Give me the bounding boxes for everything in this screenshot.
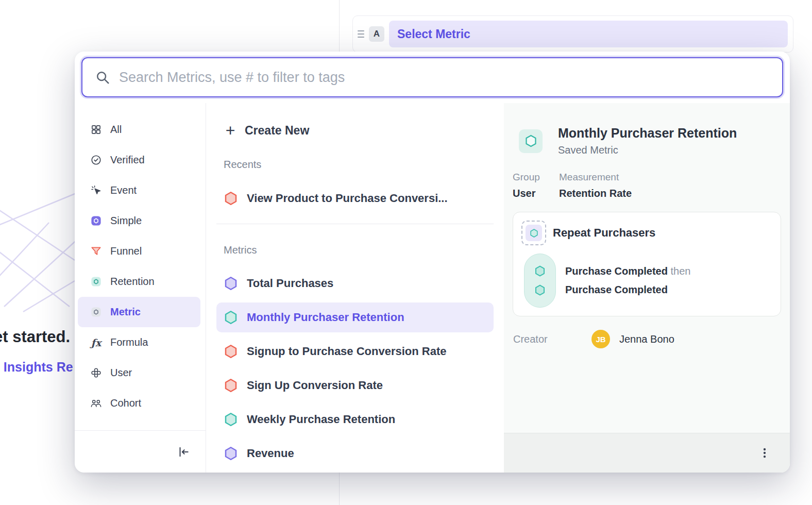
sidebar-item-label: Cohort	[110, 397, 141, 409]
collapse-sidebar-button[interactable]	[177, 445, 190, 459]
preview-subtitle: Saved Metric	[558, 144, 737, 156]
funnel-metric-icon	[223, 378, 239, 393]
retention-metric-icon	[90, 276, 102, 288]
step-connector: then	[671, 265, 691, 277]
retention-metric-icon	[223, 310, 239, 325]
background-insights-link-fragment[interactable]: e Insights Re	[0, 360, 73, 375]
group-value: User	[513, 188, 559, 199]
creator-name: Jenna Bono	[619, 333, 674, 345]
recent-item-label: View Product to Purchase Conversi...	[247, 192, 448, 205]
metric-picker-modal: All Verified Event	[75, 52, 790, 473]
step-hexagon-icon	[534, 265, 546, 277]
sidebar-item-metric[interactable]: Metric	[78, 297, 200, 327]
funnel-metric-icon	[223, 191, 239, 206]
metric-query-row: A Select Metric	[352, 15, 793, 53]
sidebar-item-label: User	[110, 367, 132, 379]
more-options-button[interactable]	[758, 446, 771, 460]
metric-item-total-purchases[interactable]: Total Purchases	[216, 268, 494, 298]
preview-footer	[504, 433, 790, 473]
step-lines: Purchase Completed then Purchase Complet…	[565, 254, 690, 308]
sidebar-item-label: Funnel	[110, 245, 142, 257]
funnel-metric-icon	[223, 344, 239, 359]
select-metric-label: Select Metric	[397, 27, 470, 41]
measurement-value: Retention Rate	[559, 188, 632, 199]
metric-preview-panel: Monthly Purchaser Retention Saved Metric…	[504, 103, 790, 473]
preview-title: Monthly Purchaser Retention	[558, 126, 737, 141]
sidebar-item-label: Metric	[110, 306, 141, 318]
metrics-section-label: Metrics	[224, 244, 494, 256]
metric-item-label: Monthly Purchaser Retention	[247, 311, 404, 324]
simple-metric-icon	[90, 215, 102, 227]
user-flower-icon	[90, 367, 102, 379]
sidebar-item-funnel[interactable]: Funnel	[78, 236, 200, 266]
metric-item-label: Sign Up Conversion Rate	[247, 379, 383, 392]
metric-hexagon-icon	[90, 306, 102, 318]
recent-item-view-product-to-purchase[interactable]: View Product to Purchase Conversi...	[216, 184, 494, 213]
sidebar-item-label: Event	[110, 184, 137, 196]
steps-pill	[524, 254, 556, 308]
section-divider	[216, 224, 494, 224]
series-letter-badge: A	[369, 26, 384, 42]
sidebar-item-verified[interactable]: Verified	[78, 145, 200, 175]
retention-metric-icon	[519, 129, 543, 153]
creator-label: Creator	[513, 333, 591, 345]
sidebar-footer	[75, 430, 206, 473]
sidebar-item-event[interactable]: Event	[78, 175, 200, 206]
sidebar-item-simple[interactable]: Simple	[78, 206, 200, 236]
select-metric-field[interactable]: Select Metric	[389, 21, 788, 47]
preview-header: Monthly Purchaser Retention Saved Metric	[504, 103, 790, 156]
sidebar-item-retention[interactable]: Retention	[78, 266, 200, 297]
recents-section-label: Recents	[224, 158, 494, 171]
cohort-people-icon	[90, 397, 102, 409]
search-bar	[81, 57, 783, 97]
metric-item-sign-up-conversion-rate[interactable]: Sign Up Conversion Rate	[216, 371, 494, 400]
metric-item-label: Total Purchases	[247, 277, 333, 290]
sidebar-item-user[interactable]: User	[78, 358, 200, 388]
sidebar-item-label: Simple	[110, 215, 142, 227]
step-hexagon-icon	[534, 284, 546, 296]
metrics-list: Total Purchases Monthly Purchaser Retent…	[216, 256, 494, 468]
sidebar-item-all[interactable]: All	[78, 114, 200, 145]
step-two: Purchase Completed	[565, 284, 690, 296]
creator-avatar: JB	[591, 330, 610, 348]
measurement-label: Measurement	[559, 172, 632, 183]
background-heading-fragment: et started.	[0, 328, 70, 346]
sidebar-item-label: All	[110, 124, 122, 136]
create-new-label: Create New	[245, 124, 309, 138]
preview-info-row: Group User Measurement Retention Rate	[504, 172, 790, 199]
cohort-definition-icon	[521, 221, 546, 245]
metric-item-label: Revenue	[247, 447, 294, 460]
plus-icon: +	[224, 122, 237, 139]
metric-definition-card: Repeat Purchasers Purchase Completed the…	[513, 212, 781, 316]
event-cursor-icon	[90, 184, 102, 196]
drag-handle-icon[interactable]	[358, 30, 364, 38]
group-label: Group	[513, 172, 559, 183]
formula-icon: ƒx	[90, 337, 102, 348]
metric-item-label: Weekly Purchase Retention	[247, 413, 395, 426]
metric-item-revenue[interactable]: Revenue	[216, 439, 494, 468]
metric-item-monthly-purchaser-retention[interactable]: Monthly Purchaser Retention	[216, 302, 494, 332]
collapse-left-icon	[177, 445, 190, 459]
sidebar-item-formula[interactable]: ƒx Formula	[78, 327, 200, 358]
metric-list-column: + Create New Recents View Product to Pur…	[206, 103, 504, 473]
sidebar-item-label: Retention	[110, 276, 155, 288]
funnel-icon	[90, 245, 102, 257]
metric-item-label: Signup to Purchase Conversion Rate	[247, 345, 447, 358]
sidebar-item-label: Verified	[110, 154, 145, 166]
metric-item-signup-to-purchase-conversion-rate[interactable]: Signup to Purchase Conversion Rate	[216, 336, 494, 366]
grid-icon	[90, 124, 102, 136]
group-column: Group User	[513, 172, 559, 199]
definition-steps: Purchase Completed then Purchase Complet…	[521, 254, 772, 308]
sidebar-item-label: Formula	[110, 336, 148, 348]
sidebar-item-cohort[interactable]: Cohort	[78, 388, 200, 418]
kebab-menu-icon	[758, 446, 771, 460]
search-input[interactable]	[119, 70, 770, 86]
creator-row: Creator JB Jenna Bono	[513, 330, 781, 348]
definition-title: Repeat Purchasers	[553, 226, 655, 240]
metric-item-weekly-purchase-retention[interactable]: Weekly Purchase Retention	[216, 405, 494, 434]
picker-content: All Verified Event	[75, 103, 790, 473]
measurement-column: Measurement Retention Rate	[559, 172, 632, 199]
create-new-button[interactable]: + Create New	[216, 116, 494, 144]
verified-badge-icon	[90, 154, 102, 166]
preview-title-block: Monthly Purchaser Retention Saved Metric	[558, 126, 737, 156]
